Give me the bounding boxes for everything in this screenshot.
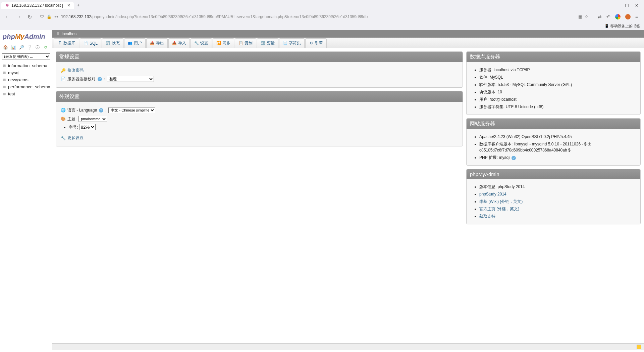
maximize-icon[interactable]: ☐ (625, 3, 629, 8)
menu-icon[interactable]: ≡ (635, 14, 638, 19)
help-icon[interactable]: ? (98, 77, 102, 81)
query-icon[interactable]: 🔎 (19, 45, 24, 50)
db-item[interactable]: ⊞newyxcms (2, 76, 50, 83)
undo-icon[interactable]: ↶ (606, 14, 610, 19)
footer-note-icon[interactable] (637, 345, 641, 349)
help-icon[interactable]: ? (512, 156, 516, 160)
db-item[interactable]: ⊞performance_schema (2, 83, 50, 90)
chrome-ext-icon[interactable] (615, 14, 621, 19)
settings-icon: 🔧 (194, 41, 199, 46)
fontsize-select[interactable]: 82% (79, 124, 96, 130)
url-bar[interactable]: 🛡 🔒 ⊶ 192.168.232.132/phpmyadmin/index.p… (37, 13, 592, 20)
tab-状态[interactable]: 🔄状态 (102, 38, 123, 48)
recent-tables-select[interactable]: (最近使用的表) … (2, 53, 50, 59)
tab-label: 导出 (156, 40, 164, 46)
tab-label: 变量 (267, 40, 275, 46)
close-tab-icon[interactable]: ✕ (67, 3, 70, 8)
close-window-icon[interactable]: ✕ (635, 3, 639, 8)
tab-label: 设置 (200, 40, 208, 46)
plus-icon: ⊞ (2, 71, 7, 75)
list-item: 用户: root@localhost (479, 96, 636, 103)
panel-title: 外观设置 (56, 91, 463, 102)
users-icon: 👥 (128, 41, 132, 46)
back-icon[interactable]: ← (3, 12, 11, 21)
info-link[interactable]: phpStudy 2014 (479, 192, 506, 196)
language-label: 语言 - Language (67, 107, 97, 113)
footer-bar (52, 343, 644, 350)
docs-icon[interactable]: ❔ (27, 45, 32, 50)
plus-icon: ⊞ (2, 63, 7, 68)
tab-导出[interactable]: 📤导出 (146, 38, 168, 48)
ext2-icon[interactable] (625, 14, 631, 19)
tab-同步[interactable]: 🔁同步 (213, 38, 234, 48)
tab-label: 字符集 (289, 40, 301, 46)
key-icon: 🔑 (61, 68, 65, 73)
list-item: 版本信息: phpStudy 2014 (479, 183, 636, 190)
info-link[interactable]: 获取支持 (479, 214, 495, 219)
panel-title: 网站服务器 (467, 119, 640, 129)
plus-icon: ⊞ (2, 85, 7, 89)
info-link[interactable]: 维基 (Wiki) (外链，英文) (479, 199, 523, 204)
sql-icon: 📄 (84, 41, 88, 46)
database-icon: 🗄 (57, 41, 62, 46)
status-icon: 🔄 (106, 41, 110, 46)
collation-select[interactable]: 整理 (107, 76, 154, 82)
tab-SQL[interactable]: 📄SQL (80, 38, 101, 48)
home-icon[interactable]: 🏠 (3, 45, 8, 50)
logout-icon[interactable]: 📊 (11, 45, 16, 50)
mobile-bookmarks-link[interactable]: 📱 移动设备上的书签 (604, 24, 640, 29)
tab-设置[interactable]: 🔧设置 (191, 38, 212, 48)
reload-nav-icon[interactable]: ↻ (43, 45, 48, 50)
db-name: newyxcms (8, 77, 29, 82)
tab-label: 同步 (222, 40, 230, 46)
help-icon[interactable]: ? (99, 108, 103, 113)
breadcrumb-server[interactable]: localhost (62, 32, 77, 36)
bookmark-star-icon[interactable]: ☆ (585, 14, 588, 19)
change-password-link[interactable]: 修改密码 (67, 68, 84, 73)
language-select[interactable]: 中文 - Chinese simplified (108, 107, 155, 113)
qr-icon[interactable]: ▦ (578, 14, 582, 19)
key-icon: ⊶ (54, 14, 58, 19)
theme-select[interactable]: pmahomme (78, 116, 107, 122)
pma-sidebar: phpMyAdmin 🏠 📊 🔎 ❔ ⓘ ↻ (最近使用的表) … ⊞infor… (0, 30, 52, 350)
tab-变量[interactable]: 🔤变量 (257, 38, 278, 48)
panel-title: 常规设置 (56, 52, 463, 62)
sql-doc-icon[interactable]: ⓘ (35, 45, 40, 50)
tab-引擎[interactable]: ⚙引擎 (305, 38, 327, 48)
tab-复制[interactable]: 📋复制 (235, 38, 256, 48)
url-text: 192.168.232.132/phpmyadmin/index.php?tok… (61, 14, 576, 19)
list-item: 软件版本: 5.5.53 - MySQL Community Server (G… (479, 81, 636, 88)
tab-导入[interactable]: 📥导入 (168, 38, 190, 48)
export-icon: 📤 (150, 41, 155, 46)
list-item: 获取支持 (479, 213, 636, 220)
pma-info-panel: phpMyAdmin 版本信息: phpStudy 2014phpStudy 2… (466, 169, 641, 224)
fontsize-label: 字号: (69, 125, 78, 130)
tab-字符集[interactable]: 📃字符集 (279, 38, 305, 48)
more-settings-link[interactable]: 更多设置 (67, 135, 84, 141)
favicon-icon: 🅟 (5, 3, 9, 8)
list-item: phpStudy 2014 (479, 190, 636, 198)
variables-icon: 🔤 (261, 41, 265, 46)
db-item[interactable]: ⊞mysql (2, 69, 50, 76)
tab-数据库[interactable]: 🗄数据库 (54, 38, 79, 48)
tab-用户[interactable]: 👥用户 (124, 38, 146, 48)
new-tab-button[interactable]: + (74, 2, 83, 9)
tab-label: 用户 (134, 40, 142, 46)
info-link[interactable]: 官方主页 (外链，英文) (479, 207, 519, 211)
db-item[interactable]: ⊞information_schema (2, 62, 50, 69)
reload-icon[interactable]: ↻ (26, 12, 33, 21)
list-item: Apache/2.4.23 (Win32) OpenSSL/1.0.2j PHP… (479, 133, 636, 140)
db-item[interactable]: ⊞test (2, 90, 50, 97)
pocket-icon[interactable]: ⇄ (598, 14, 602, 19)
sync-icon: 🔁 (216, 41, 221, 46)
appearance-settings-panel: 外观设置 🌐 语言 - Language ? : 中文 - Chinese si… (56, 91, 463, 146)
db-name: performance_schema (8, 84, 50, 89)
list-item: 协议版本: 10 (479, 88, 636, 96)
list-item: 服务器字符集: UTF-8 Unicode (utf8) (479, 103, 636, 111)
tab-label: 复制 (245, 40, 253, 46)
pma-logo: phpMyAdmin (2, 32, 50, 43)
browser-tab[interactable]: 🅟 192.168.232.132 / localhost | ✕ (1, 2, 74, 9)
plus-icon: ⊞ (2, 92, 7, 96)
forward-icon[interactable]: → (15, 12, 23, 21)
minimize-icon[interactable]: — (614, 3, 619, 8)
